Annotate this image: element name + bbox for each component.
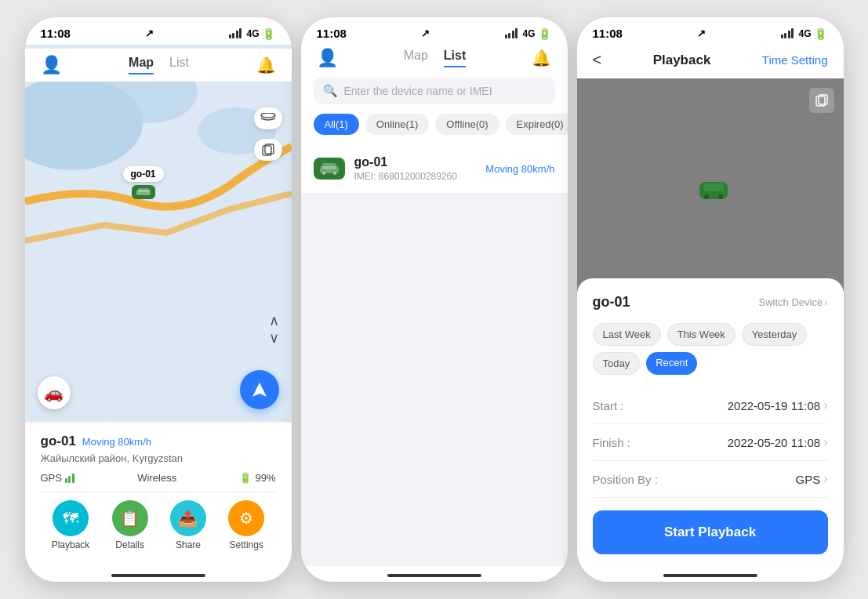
gps-label: GPS bbox=[41, 472, 62, 484]
finish-chevron-icon: › bbox=[823, 435, 827, 449]
location-btn[interactable] bbox=[240, 370, 279, 409]
signal-label-1: 4G bbox=[246, 28, 259, 39]
device-imei-1: IMEI: 868012000289260 bbox=[354, 171, 486, 182]
playback-map[interactable] bbox=[577, 78, 844, 294]
period-this-week[interactable]: This Week bbox=[667, 323, 735, 346]
filter-offline[interactable]: Offline(0) bbox=[435, 114, 499, 135]
start-playback-button[interactable]: Start Playback bbox=[593, 510, 828, 554]
filter-tabs: All(1) Online(1) Offline(0) Expired(0) bbox=[301, 114, 568, 144]
position-row[interactable]: Position By : GPS › bbox=[593, 461, 828, 498]
nav-playback[interactable]: 🗺 Playback bbox=[52, 500, 90, 550]
car-svg-playback bbox=[699, 182, 728, 199]
nav-share[interactable]: 📤 Share bbox=[170, 500, 206, 550]
nav-settings[interactable]: ⚙ Settings bbox=[228, 500, 264, 550]
signal-label-3: 4G bbox=[798, 28, 811, 39]
switch-device-label: Switch Device bbox=[759, 296, 823, 308]
phone-map: 11:08 ↗ 4G 🔋 👤 Map List 🔔 bbox=[25, 17, 292, 582]
wireless-label: Wireless bbox=[82, 472, 232, 484]
info-stats: GPS Wireless 🔋 99% bbox=[41, 472, 276, 492]
position-label: Position By : bbox=[593, 473, 658, 486]
layers-icon bbox=[260, 113, 276, 124]
tab-map-2[interactable]: Map bbox=[404, 49, 428, 67]
period-yesterday[interactable]: Yesterday bbox=[742, 323, 807, 346]
svg-marker-5 bbox=[252, 383, 267, 397]
gps-stat: GPS bbox=[41, 472, 74, 484]
start-time-row[interactable]: Start : 2022-05-19 11:08 › bbox=[593, 387, 828, 424]
profile-icon-1[interactable]: 👤 bbox=[41, 55, 62, 75]
share-icon-circle: 📤 bbox=[170, 500, 206, 536]
svg-point-9 bbox=[333, 172, 336, 175]
home-bar-1 bbox=[111, 574, 205, 577]
device-status-list-1: Moving 80km/h bbox=[485, 163, 554, 175]
device-list: go-01 IMEI: 868012000289260 Moving 80km/… bbox=[301, 144, 568, 582]
period-recent[interactable]: Recent bbox=[646, 352, 697, 375]
bottom-nav-1: 🗺 Playback 📋 Details 📤 Share bbox=[41, 492, 276, 566]
playback-device-row: go-01 Switch Device › bbox=[593, 294, 828, 310]
copy-btn-playback[interactable] bbox=[809, 88, 834, 113]
position-value: GPS bbox=[795, 473, 820, 486]
home-indicator-3 bbox=[577, 567, 844, 582]
car-svg-1 bbox=[136, 187, 151, 197]
device-status-1: Moving 80km/h bbox=[82, 436, 151, 448]
svg-point-0 bbox=[261, 113, 275, 118]
nav-tabs-1: Map List bbox=[129, 56, 189, 74]
bell-icon-1[interactable]: 🔔 bbox=[256, 56, 276, 74]
tab-list-1[interactable]: List bbox=[169, 56, 189, 74]
finish-value: 2022-05-20 11:08 bbox=[728, 436, 820, 449]
search-bar[interactable]: 🔍 Enter the device name or IMEI bbox=[314, 78, 555, 104]
time-setting-btn[interactable]: Time Setting bbox=[762, 53, 828, 67]
device-item-1[interactable]: go-01 IMEI: 868012000289260 Moving 80km/… bbox=[301, 144, 568, 193]
home-bar-3 bbox=[663, 574, 757, 577]
status-bar-2: 11:08 ↗ 4G 🔋 bbox=[301, 17, 568, 45]
bell-icon-2[interactable]: 🔔 bbox=[532, 49, 551, 67]
status-icons-3: 4G 🔋 bbox=[781, 27, 828, 40]
start-value: 2022-05-19 11:08 bbox=[728, 399, 820, 412]
car-icon-map bbox=[132, 185, 155, 199]
car-svg-list bbox=[319, 162, 340, 175]
playback-icon: 🗺 bbox=[63, 510, 78, 528]
playback-label: Playback bbox=[52, 539, 90, 550]
status-time-1: 11:08 bbox=[41, 27, 71, 40]
nav-details[interactable]: 📋 Details bbox=[112, 500, 148, 550]
signal-bars-2 bbox=[505, 28, 518, 38]
map-copy-btn[interactable] bbox=[254, 139, 282, 161]
position-value-row: GPS › bbox=[795, 472, 827, 486]
map-chevrons: ∧ ∨ bbox=[269, 314, 279, 345]
chevron-down-icon[interactable]: ∨ bbox=[269, 331, 279, 345]
time-period-tabs: Last Week This Week Yesterday Today Rece… bbox=[593, 323, 828, 375]
status-icons-2: 4G 🔋 bbox=[505, 27, 552, 40]
back-button[interactable]: < bbox=[593, 51, 602, 69]
battery-icon-1: 🔋 bbox=[262, 27, 275, 40]
status-bar-1: 11:08 ↗ 4G 🔋 bbox=[25, 17, 292, 45]
device-address: Жайылский район, Kyrgyzstan bbox=[41, 452, 276, 464]
svg-rect-13 bbox=[703, 183, 724, 191]
filter-expired[interactable]: Expired(0) bbox=[506, 114, 568, 135]
filter-all[interactable]: All(1) bbox=[314, 114, 359, 135]
signal-bars-1 bbox=[229, 28, 242, 38]
device-car-icon-1 bbox=[314, 158, 345, 180]
map-layers-btn[interactable] bbox=[254, 107, 282, 129]
chevron-up-icon[interactable]: ∧ bbox=[269, 314, 279, 328]
home-indicator-1 bbox=[41, 566, 276, 582]
device-name-1: go-01 bbox=[41, 434, 76, 449]
period-last-week[interactable]: Last Week bbox=[593, 323, 661, 346]
svg-point-14 bbox=[704, 194, 709, 199]
gps-signal-bars bbox=[65, 474, 74, 483]
search-icon: 🔍 bbox=[323, 84, 338, 98]
period-today[interactable]: Today bbox=[593, 352, 641, 375]
drive-mode-btn[interactable]: 🚗 bbox=[38, 376, 71, 409]
phone-playback: 11:08 ↗ 4G 🔋 < Playback Time Setting bbox=[577, 17, 844, 582]
car-marker: go-01 bbox=[123, 166, 164, 199]
tab-list-2[interactable]: List bbox=[444, 49, 466, 67]
signal-bars-3 bbox=[781, 28, 794, 38]
battery-percent: 99% bbox=[255, 472, 275, 484]
switch-device-btn[interactable]: Switch Device › bbox=[759, 296, 828, 308]
settings-icon: ⚙ bbox=[239, 509, 253, 528]
share-label: Share bbox=[176, 539, 201, 550]
tab-map-1[interactable]: Map bbox=[129, 56, 154, 74]
status-time-3: 11:08 bbox=[593, 27, 623, 40]
start-value-row: 2022-05-19 11:08 › bbox=[728, 398, 828, 412]
filter-online[interactable]: Online(1) bbox=[365, 114, 429, 135]
profile-icon-2[interactable]: 👤 bbox=[317, 48, 338, 68]
finish-time-row[interactable]: Finish : 2022-05-20 11:08 › bbox=[593, 424, 828, 461]
